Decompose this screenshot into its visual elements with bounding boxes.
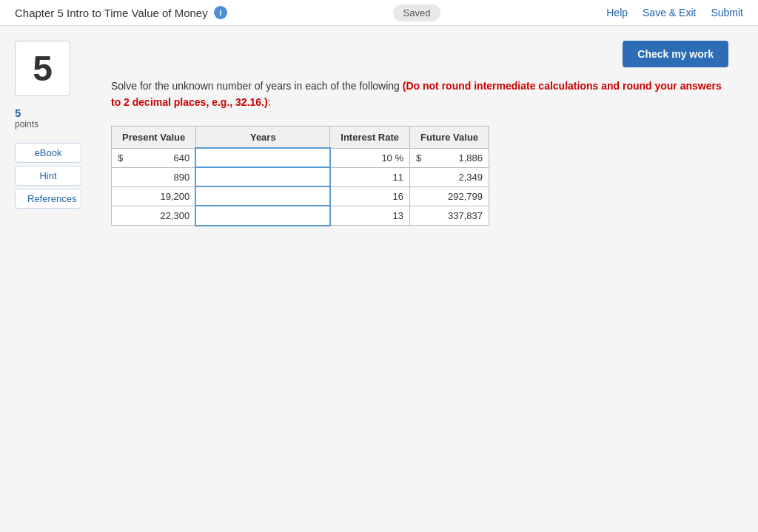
submit-link[interactable]: Submit [711, 7, 743, 18]
table-row: 890112,349 [112, 167, 489, 186]
saved-badge: Saved [393, 4, 441, 21]
years-input[interactable] [196, 149, 329, 167]
references-button[interactable]: References [15, 189, 81, 209]
info-icon[interactable]: i [214, 6, 227, 19]
pv-value-cell: 890 [124, 167, 196, 186]
pv-value-cell: 19,200 [124, 186, 196, 206]
question-text: Solve for the unknown number of years in… [111, 78, 728, 111]
fv-value-cell: 337,837 [423, 206, 489, 225]
top-bar-right: Help Save & Exit Submit [606, 7, 743, 18]
points-value: 5 [15, 107, 38, 119]
save-exit-link[interactable]: Save & Exit [643, 7, 696, 18]
rate-cell: 11 [330, 167, 410, 186]
pv-symbol-cell [112, 206, 125, 225]
fv-value-cell: 292,799 [423, 186, 489, 206]
saved-badge-container: Saved [393, 7, 441, 18]
check-my-work-button[interactable]: Check my work [623, 41, 728, 67]
question-number: 5 [33, 48, 53, 89]
check-my-work-container: Check my work [111, 41, 728, 67]
header-interest-rate: Interest Rate [330, 126, 410, 148]
points-label: points [15, 119, 38, 129]
sidebar-buttons: eBook Hint References [15, 143, 81, 209]
rate-cell: 10 % [330, 148, 410, 167]
header-future-value: Future Value [410, 126, 489, 148]
years-input-cell[interactable] [196, 148, 330, 167]
help-link[interactable]: Help [606, 7, 628, 18]
pv-symbol-cell [112, 186, 125, 206]
years-input[interactable] [196, 168, 329, 186]
table-row: 19,20016292,799 [112, 186, 489, 206]
years-input-cell[interactable] [196, 167, 330, 186]
hint-button[interactable]: Hint [15, 166, 81, 186]
pv-value-cell: 22,300 [124, 206, 196, 225]
question-area: Check my work Solve for the unknown numb… [96, 41, 743, 226]
pv-symbol-cell [112, 167, 125, 186]
points-section: 5 points [15, 107, 38, 129]
table-header-row: Present Value Years Interest Rate Future… [112, 126, 489, 148]
fv-symbol-cell: $ [410, 148, 423, 167]
fv-value-cell: 2,349 [423, 167, 489, 186]
years-input-cell[interactable] [196, 186, 330, 206]
pv-value-cell: 640 [124, 148, 196, 167]
main-content: 5 5 points eBook Hint References Check m… [0, 26, 758, 240]
fv-symbol-cell [410, 186, 423, 206]
fv-symbol-cell [410, 167, 423, 186]
instruction-end: : [268, 96, 271, 108]
years-input[interactable] [196, 206, 329, 225]
table-row: 22,30013337,837 [112, 206, 489, 225]
ebook-button[interactable]: eBook [15, 143, 81, 163]
years-input-cell[interactable] [196, 206, 330, 225]
pv-symbol-cell: $ [112, 148, 125, 167]
fv-value-cell: 1,886 [423, 148, 489, 167]
top-bar-left: Chapter 5 Intro to Time Value of Money i [15, 6, 227, 19]
fv-symbol-cell [410, 206, 423, 225]
data-table: Present Value Years Interest Rate Future… [111, 126, 489, 226]
question-number-box: 5 [15, 41, 70, 96]
header-years: Years [196, 126, 330, 148]
rate-cell: 13 [330, 206, 410, 225]
instruction-plain: Solve for the unknown number of years in… [111, 80, 403, 92]
chapter-title: Chapter 5 Intro to Time Value of Money [15, 7, 208, 19]
header-present-value: Present Value [112, 126, 196, 148]
top-bar: Chapter 5 Intro to Time Value of Money i… [0, 0, 758, 26]
table-row: $64010 %$1,886 [112, 148, 489, 167]
left-panel: 5 5 points eBook Hint References [15, 41, 96, 226]
rate-cell: 16 [330, 186, 410, 206]
years-input[interactable] [196, 187, 329, 206]
